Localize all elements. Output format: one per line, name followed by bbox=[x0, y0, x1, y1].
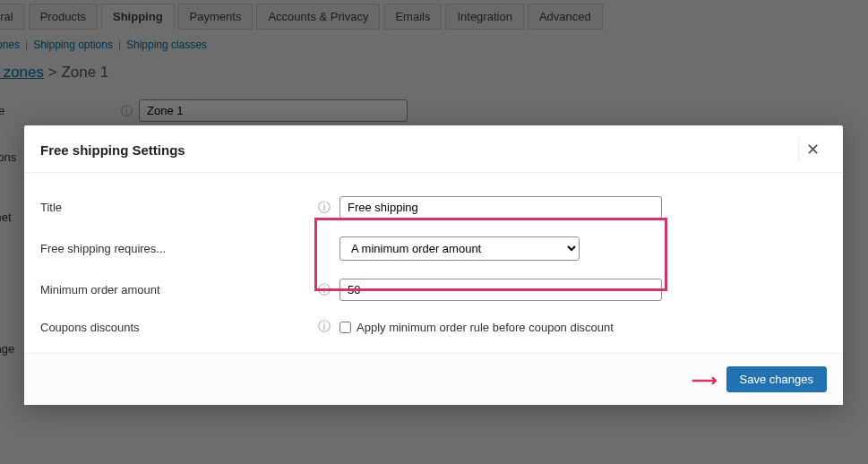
help-icon[interactable]: ⓘ bbox=[318, 200, 339, 216]
row-title: Title ⓘ bbox=[40, 187, 827, 228]
row-minimum: Minimum order amount ⓘ bbox=[40, 270, 827, 310]
save-changes-button[interactable]: Save changes bbox=[726, 366, 827, 392]
help-icon[interactable]: ⓘ bbox=[318, 282, 339, 298]
title-label: Title bbox=[40, 201, 318, 214]
annotation-arrow-icon: ⟶ bbox=[692, 369, 718, 391]
modal-title: Free shipping Settings bbox=[40, 142, 185, 158]
row-requires: Free shipping requires... A minimum orde… bbox=[40, 228, 827, 270]
min-amount-input[interactable] bbox=[339, 279, 662, 301]
coupons-checkbox[interactable] bbox=[339, 322, 351, 333]
free-shipping-modal: Free shipping Settings ✕ Title ⓘ Free sh… bbox=[24, 125, 843, 405]
row-coupons: Coupons discounts ⓘ Apply minimum order … bbox=[40, 310, 827, 344]
min-amount-label: Minimum order amount bbox=[40, 283, 318, 296]
title-input[interactable] bbox=[339, 196, 662, 219]
coupons-checkbox-label: Apply minimum order rule before coupon d… bbox=[357, 321, 614, 334]
help-icon[interactable]: ⓘ bbox=[318, 319, 339, 335]
requires-label: Free shipping requires... bbox=[40, 242, 318, 255]
requires-select[interactable]: A minimum order amount bbox=[339, 236, 580, 261]
coupons-label: Coupons discounts bbox=[40, 321, 318, 334]
close-icon[interactable]: ✕ bbox=[798, 138, 827, 161]
